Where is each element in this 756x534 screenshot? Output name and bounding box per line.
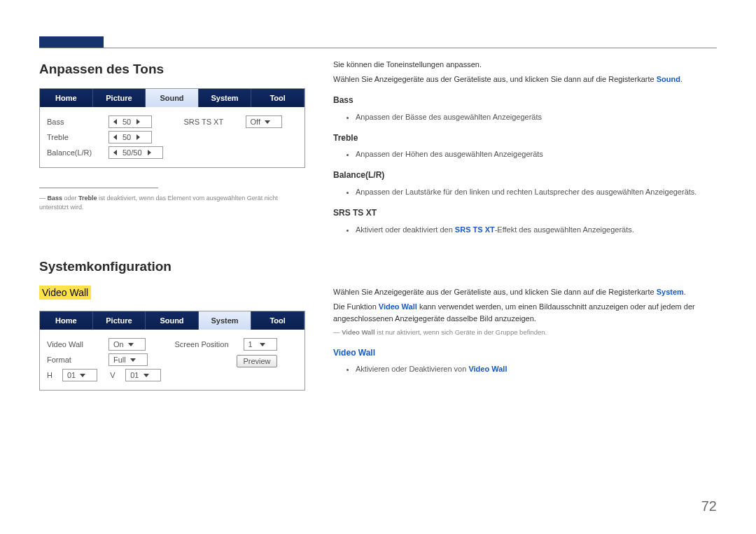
tab-tool[interactable]: Tool — [251, 311, 304, 330]
note-dash: ― — [333, 328, 340, 336]
chevron-down-icon — [265, 120, 270, 124]
field-label-v: V — [110, 371, 120, 379]
panel-tabs-system: Home Picture Sound System Tool — [40, 311, 304, 330]
footnote-kw-bass: Bass — [48, 195, 63, 202]
tab-system[interactable]: System — [199, 311, 252, 330]
videowall-value: On — [113, 340, 124, 349]
tab-picture[interactable]: Picture — [93, 311, 146, 330]
chevron-down-icon — [128, 343, 134, 346]
tab-home[interactable]: Home — [40, 311, 93, 330]
bass-stepper[interactable]: 50 — [108, 115, 152, 128]
left-arrow-icon — [113, 150, 117, 155]
keyword-system: System — [657, 288, 684, 296]
heading-bass: Bass — [333, 94, 717, 107]
tab-system[interactable]: System — [199, 89, 252, 107]
tab-sound[interactable]: Sound — [146, 311, 199, 330]
chevron-down-icon — [260, 343, 265, 346]
field-label-format: Format — [47, 356, 103, 364]
sound-intro-1: Sie können die Toneinstellungen anpassen… — [333, 59, 717, 71]
bullet-bass: Anpassen der Bässe des ausgewählten Anze… — [356, 111, 717, 123]
system-settings-panel: Home Picture Sound System Tool Video Wal… — [39, 311, 305, 391]
chevron-down-icon — [144, 374, 149, 377]
field-label-bass: Bass — [47, 118, 103, 126]
treble-stepper[interactable]: 50 — [108, 131, 152, 143]
tab-tool[interactable]: Tool — [251, 89, 304, 107]
bass-value: 50 — [122, 118, 131, 126]
format-value: Full — [113, 356, 126, 364]
text: Die Funktion — [333, 302, 379, 311]
field-label-srs: SRS TS XT — [184, 118, 240, 126]
bullet-srs: Aktiviert oder deaktiviert den SRS TS XT… — [356, 224, 717, 236]
note-rest: ist nur aktiviert, wenn sich Geräte in d… — [375, 328, 547, 336]
tab-picture[interactable]: Picture — [93, 89, 146, 107]
section-title-sound: Anpassen des Tons — [39, 62, 305, 77]
balance-value: 50/50 — [122, 148, 142, 157]
keyword-videowall: Video Wall — [468, 365, 507, 373]
sound-settings-panel: Home Picture Sound System Tool Bass 50 — [39, 88, 305, 168]
tab-sound[interactable]: Sound — [146, 89, 199, 107]
screenpos-value: 1 — [248, 340, 253, 349]
preview-button[interactable]: Preview — [237, 355, 276, 367]
field-label-balance: Balance(L/R) — [47, 148, 103, 157]
keyword-sound: Sound — [657, 75, 680, 83]
srs-dropdown[interactable]: Off — [246, 115, 282, 128]
sound-footnote: ― Bass oder Treble ist deaktiviert, wenn… — [39, 194, 305, 211]
sound-intro-2: Wählen Sie Anzeigegeräte aus der Gerätel… — [333, 73, 717, 85]
heading-videowall: Video Wall — [333, 346, 717, 360]
text: . — [684, 288, 686, 296]
field-label-videowall: Video Wall — [47, 340, 103, 349]
heading-balance: Balance(L/R) — [333, 169, 717, 182]
srs-value: Off — [251, 118, 260, 126]
left-arrow-icon — [113, 134, 117, 140]
subsection-videowall-highlight: Video Wall — [39, 286, 91, 300]
heading-treble: Treble — [333, 132, 717, 145]
panel-tabs-sound: Home Picture Sound System Tool — [40, 89, 304, 107]
section-title-system: Systemkonfiguration — [39, 259, 305, 274]
left-arrow-icon — [113, 119, 117, 125]
videowall-dropdown[interactable]: On — [108, 338, 146, 351]
field-label-screenpos: Screen Position — [175, 340, 238, 349]
chevron-down-icon — [130, 358, 136, 362]
field-label-treble: Treble — [47, 133, 103, 141]
footnote-kw-treble: Treble — [78, 195, 97, 202]
system-note: ― Video Wall ist nur aktiviert, wenn sic… — [333, 328, 717, 338]
footnote-mid: oder — [62, 195, 78, 202]
page-header-tab-mark — [39, 36, 104, 48]
keyword-videowall: Video Wall — [379, 302, 417, 311]
keyword-srs: SRS TS XT — [455, 225, 495, 234]
bullet-balance: Anpassen der Lautstärke für den linken u… — [356, 186, 717, 198]
balance-stepper[interactable]: 50/50 — [108, 146, 163, 159]
field-label-h: H — [47, 371, 57, 379]
heading-srs: SRS TS XT — [333, 206, 717, 220]
treble-value: 50 — [122, 133, 131, 141]
footnote-dash: ― — [39, 195, 46, 202]
right-arrow-icon — [136, 119, 140, 125]
system-intro: Wählen Sie Anzeigegeräte aus der Gerätel… — [333, 286, 717, 298]
format-dropdown[interactable]: Full — [108, 353, 148, 366]
text: Aktiviert oder deaktiviert den — [356, 225, 455, 234]
text: Wählen Sie Anzeigegeräte aus der Gerätel… — [333, 288, 657, 296]
h-dropdown[interactable]: 01 — [62, 369, 97, 381]
text: -Effekt des ausgewählten Anzeigegeräts. — [495, 225, 634, 234]
v-value: 01 — [130, 371, 139, 379]
right-arrow-icon — [136, 134, 140, 140]
page-number: 72 — [701, 498, 717, 514]
page-header-divider — [39, 48, 717, 48]
text: Wählen Sie Anzeigegeräte aus der Gerätel… — [333, 75, 657, 83]
footnote-divider — [39, 188, 158, 188]
tab-home[interactable]: Home — [40, 89, 93, 107]
screenpos-dropdown[interactable]: 1 — [244, 338, 277, 351]
text: Aktivieren oder Deaktivieren von — [356, 365, 468, 373]
system-desc: Die Funktion Video Wall kann verwendet w… — [333, 301, 717, 325]
right-arrow-icon — [148, 150, 151, 155]
h-value: 01 — [67, 371, 76, 379]
chevron-down-icon — [80, 374, 85, 377]
bullet-videowall: Aktivieren oder Deaktivieren von Video W… — [356, 363, 717, 375]
v-dropdown[interactable]: 01 — [125, 369, 160, 381]
text: . — [680, 75, 682, 83]
bullet-treble: Anpassen der Höhen des ausgewählten Anze… — [356, 148, 717, 160]
note-keyword: Video Wall — [342, 328, 375, 336]
